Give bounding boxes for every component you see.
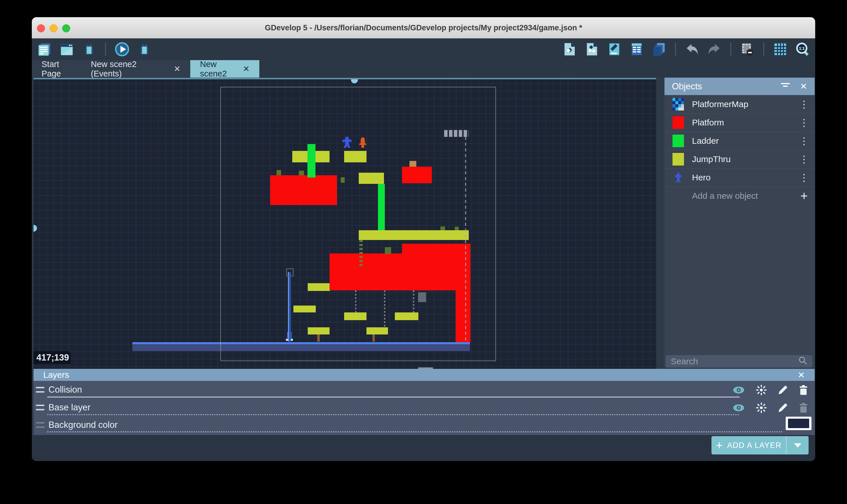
toolbar-separator	[763, 43, 764, 56]
objects-panel: Objects ✕ PlatformerMap ⋮ Platform ⋮ Lad…	[665, 78, 815, 368]
plus-icon: +	[716, 439, 723, 452]
redo-icon[interactable]	[707, 42, 722, 57]
cursor-coordinates-badge: 417;139	[34, 351, 71, 364]
layer-name-underline	[47, 397, 740, 397]
project-manager-icon[interactable]	[37, 42, 52, 57]
object-item-platform[interactable]: Platform ⋮	[665, 113, 815, 132]
object-label: Ladder	[692, 136, 794, 146]
layer-name: Background color	[49, 420, 152, 430]
gdevelop-window: GDevelop 5 - /Users/florian/Documents/GD…	[32, 17, 815, 461]
toolbar-right-group: 1:1	[562, 42, 810, 57]
objects-search-input[interactable]	[670, 356, 798, 366]
add-layer-dropdown[interactable]	[787, 436, 809, 454]
close-tab-icon[interactable]: ✕	[174, 64, 180, 74]
object-item-jumpthru[interactable]: JumpThru ⋮	[665, 150, 815, 169]
play-icon[interactable]	[114, 42, 129, 57]
ladder-thumbnail	[672, 134, 684, 147]
layer-name-underline	[47, 414, 740, 415]
close-icon[interactable]: ✕	[800, 81, 807, 91]
background-color-swatch[interactable]	[786, 417, 811, 430]
object-label: JumpThru	[692, 154, 794, 164]
layer-effects-icon[interactable]	[756, 385, 766, 397]
add-new-object-row[interactable]: Add a new object +	[665, 187, 815, 205]
object-item-hero[interactable]: Hero ⋮	[665, 168, 815, 187]
zoom-reset-icon[interactable]: 1:1	[795, 42, 810, 57]
layer-row-collision[interactable]: Collision	[34, 381, 815, 399]
add-object-label: Add a new object	[692, 191, 794, 201]
layers-panel-header: Layers ✕	[34, 369, 815, 381]
undo-icon[interactable]	[685, 42, 700, 57]
splitter-handle-left[interactable]	[34, 225, 37, 232]
tab-new-scene2[interactable]: New scene2 ✕	[190, 60, 259, 78]
toolbar-left-group	[37, 42, 152, 57]
add-layer-button-main[interactable]: + ADD A LAYER	[711, 436, 787, 454]
tab-label: Start Page	[41, 59, 71, 78]
debug-icon[interactable]	[82, 42, 96, 57]
objects-panel-title: Objects	[672, 81, 702, 92]
delete-layer-icon-disabled	[799, 403, 808, 415]
toolbar-separator	[730, 43, 731, 56]
platform-thumbnail	[672, 116, 684, 129]
object-menu-icon[interactable]: ⋮	[794, 135, 815, 147]
object-menu-icon[interactable]: ⋮	[794, 172, 815, 183]
layer-row-base-layer[interactable]: Base layer	[34, 399, 815, 416]
object-menu-icon[interactable]: ⋮	[794, 117, 815, 128]
object-groups-icon[interactable]	[584, 42, 599, 57]
add-object-plus-icon[interactable]: +	[794, 189, 815, 203]
close-window-button[interactable]	[37, 24, 45, 32]
filter-icon[interactable]	[780, 81, 790, 92]
grid-icon[interactable]	[773, 42, 788, 57]
tab-start-page[interactable]: Start Page	[32, 60, 81, 78]
tab-new-scene2-events[interactable]: New scene2 (Events) ✕	[81, 60, 190, 78]
object-label: PlatformerMap	[692, 100, 794, 109]
hero-thumbnail	[675, 173, 682, 182]
edit-scene-properties-icon[interactable]	[607, 42, 622, 57]
layers-panel-body: Collision Base layer Background color	[34, 381, 815, 435]
edit-layer-icon[interactable]	[778, 385, 788, 397]
object-menu-icon[interactable]: ⋮	[794, 154, 815, 165]
delete-layer-icon[interactable]	[799, 385, 808, 397]
layer-effects-icon[interactable]	[756, 403, 766, 415]
platformermap-thumbnail	[672, 98, 684, 110]
object-label: Hero	[692, 173, 794, 182]
object-item-platformermap[interactable]: PlatformerMap ⋮	[665, 95, 815, 114]
scene-object-frame[interactable]	[220, 87, 496, 361]
objects-search-box[interactable]	[666, 355, 812, 368]
close-tab-icon[interactable]: ✕	[243, 64, 250, 74]
object-file-icon[interactable]	[562, 42, 577, 57]
tab-label: New scene2 (Events)	[91, 59, 166, 78]
splitter-handle-top[interactable]	[351, 78, 358, 83]
open-scene-icon[interactable]	[59, 42, 74, 57]
edit-layer-icon[interactable]	[778, 403, 788, 415]
jumpthru-thumbnail	[672, 153, 684, 165]
objects-panel-header: Objects ✕	[665, 78, 815, 95]
minimize-window-button[interactable]	[50, 24, 58, 32]
title-bar: GDevelop 5 - /Users/florian/Documents/GD…	[32, 17, 815, 39]
layer-name-underline	[47, 431, 783, 432]
object-item-ladder[interactable]: Ladder ⋮	[665, 132, 815, 150]
add-layer-label: ADD A LAYER	[727, 441, 781, 450]
layer-name[interactable]: Base layer	[49, 402, 152, 413]
visibility-eye-icon[interactable]	[733, 404, 745, 414]
maximize-window-button[interactable]	[62, 24, 70, 32]
layer-name[interactable]: Collision	[49, 384, 152, 395]
bottom-strip	[32, 435, 815, 461]
layer-row-background-color[interactable]: Background color	[34, 416, 815, 434]
chevron-down-icon	[794, 443, 801, 448]
drag-handle-icon[interactable]	[36, 404, 45, 410]
instances-list-icon[interactable]	[629, 42, 644, 57]
mask-selection-icon[interactable]	[740, 42, 755, 57]
tab-label: New scene2	[200, 59, 235, 78]
debug-play-icon[interactable]	[137, 42, 152, 57]
drag-handle-icon[interactable]	[36, 387, 45, 393]
main-toolbar: 1:1	[32, 38, 815, 60]
window-title: GDevelop 5 - /Users/florian/Documents/GD…	[265, 23, 582, 32]
close-icon[interactable]: ✕	[798, 370, 805, 380]
visibility-eye-icon[interactable]	[733, 386, 745, 396]
object-menu-icon[interactable]: ⋮	[794, 98, 815, 110]
layers-copies-icon[interactable]	[652, 42, 667, 57]
object-label: Platform	[692, 118, 794, 127]
add-layer-button[interactable]: + ADD A LAYER	[711, 436, 809, 454]
scene-canvas[interactable]: 417;139	[34, 78, 656, 369]
svg-text:1:1: 1:1	[799, 46, 805, 51]
